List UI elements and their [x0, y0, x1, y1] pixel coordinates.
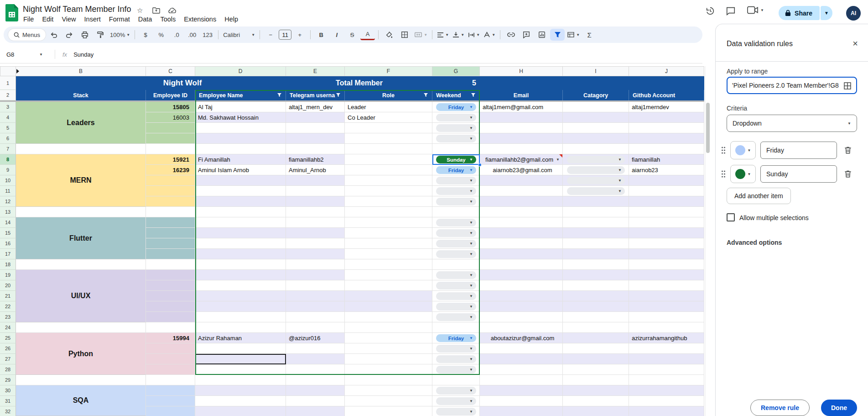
- format-currency-button[interactable]: $: [138, 29, 153, 41]
- star-icon[interactable]: ☆: [137, 6, 143, 15]
- cell-F20[interactable]: [345, 280, 432, 291]
- cell-H11[interactable]: [480, 186, 563, 196]
- menu-extensions[interactable]: Extensions: [180, 15, 220, 24]
- weekend-dropdown-chip-17[interactable]: ▼: [436, 250, 476, 258]
- cell-D32[interactable]: [195, 406, 286, 416]
- cell-F24[interactable]: [345, 322, 432, 333]
- cell-E32[interactable]: [286, 406, 345, 416]
- cell-H7[interactable]: [480, 144, 563, 154]
- group-sqa[interactable]: SQA: [16, 385, 146, 416]
- redo-button[interactable]: [62, 29, 77, 41]
- cell-E8[interactable]: fiamanillahb2: [286, 154, 345, 165]
- cell-G13[interactable]: [432, 207, 480, 217]
- cell-E11[interactable]: [286, 186, 345, 196]
- vertical-align-button[interactable]: ▼: [451, 29, 466, 41]
- row-header-20[interactable]: 20: [0, 280, 16, 291]
- cell-B29[interactable]: [16, 375, 146, 385]
- italic-button[interactable]: I: [329, 29, 344, 41]
- group-leaders[interactable]: Leaders: [16, 102, 146, 144]
- insert-link-button[interactable]: [504, 29, 518, 41]
- weekend-dropdown-chip-10[interactable]: ▼: [436, 177, 476, 184]
- menus-search-button[interactable]: Menus: [8, 29, 46, 41]
- cell-I32[interactable]: [563, 406, 629, 416]
- item-color-picker[interactable]: ▼: [730, 165, 756, 183]
- cell-I18[interactable]: [563, 259, 629, 270]
- column-header-H[interactable]: H: [480, 66, 563, 76]
- fill-color-button[interactable]: [382, 29, 396, 41]
- cell-F5[interactable]: [345, 123, 432, 133]
- sheets-logo-icon[interactable]: [5, 4, 18, 21]
- cell-G31[interactable]: [432, 396, 480, 406]
- cell-J8[interactable]: fiamanillah: [629, 154, 704, 165]
- cell-H30[interactable]: [480, 385, 563, 396]
- cell-J12[interactable]: [629, 196, 704, 207]
- cell-E27[interactable]: [286, 354, 345, 364]
- weekend-dropdown-chip-11[interactable]: ▼: [436, 187, 476, 195]
- cell-J4[interactable]: [629, 112, 704, 123]
- cell-C7[interactable]: [146, 144, 195, 154]
- cell-E24[interactable]: [286, 322, 345, 333]
- bold-button[interactable]: B: [314, 29, 328, 41]
- functions-button[interactable]: Σ: [582, 29, 597, 41]
- cell-F11[interactable]: [345, 186, 432, 196]
- header-weekend[interactable]: Weekend: [432, 90, 480, 100]
- cell-D9[interactable]: Aminul Islam Arnob: [195, 165, 286, 175]
- weekend-dropdown-chip-6[interactable]: ▼: [436, 135, 476, 142]
- item-color-picker[interactable]: ▼: [730, 141, 756, 159]
- cell-I9[interactable]: [563, 165, 629, 175]
- decrease-font-size-button[interactable]: −: [263, 29, 278, 41]
- allow-multiple-checkbox[interactable]: [727, 213, 735, 221]
- cell-C25[interactable]: 15994: [146, 333, 195, 343]
- column-header-D[interactable]: D: [195, 66, 286, 76]
- cell-J25[interactable]: azizurrahamangithub: [629, 333, 704, 343]
- drag-handle-icon[interactable]: [721, 147, 726, 154]
- cell-F25[interactable]: [345, 333, 432, 343]
- menu-tools[interactable]: Tools: [156, 15, 180, 24]
- weekend-dropdown-chip-26[interactable]: ▼: [436, 345, 476, 353]
- decrease-decimals-button[interactable]: .0: [169, 29, 184, 41]
- cell-I8[interactable]: [563, 154, 629, 165]
- item-value-input[interactable]: Friday: [760, 142, 837, 159]
- cell-G10[interactable]: [432, 175, 480, 186]
- weekend-dropdown-chip-28[interactable]: ▼: [436, 366, 476, 374]
- cell-G6[interactable]: [432, 133, 480, 144]
- cell-G27[interactable]: [432, 354, 480, 364]
- menu-data[interactable]: Data: [134, 15, 156, 24]
- format-percent-button[interactable]: %: [154, 29, 168, 41]
- cell-C6[interactable]: [146, 133, 195, 144]
- row-header-32[interactable]: 32: [0, 406, 16, 416]
- row-header-17[interactable]: 17: [0, 249, 16, 259]
- cell-F21[interactable]: [345, 291, 432, 301]
- cell-J3[interactable]: altaj1merndev: [629, 102, 704, 112]
- cell-G7[interactable]: [432, 144, 480, 154]
- cell-G18[interactable]: [432, 259, 480, 270]
- cell-E17[interactable]: [286, 249, 345, 259]
- cell-F8[interactable]: [345, 154, 432, 165]
- cell-I26[interactable]: [563, 343, 629, 354]
- cell-F32[interactable]: [345, 406, 432, 416]
- cell-D6[interactable]: [195, 133, 286, 144]
- cell-D18[interactable]: [195, 259, 286, 270]
- cell-I10[interactable]: [563, 175, 629, 186]
- cell-J28[interactable]: [629, 364, 704, 375]
- font-size-input[interactable]: 11: [279, 30, 291, 40]
- weekend-dropdown-chip-19[interactable]: ▼: [436, 271, 476, 279]
- share-options-caret[interactable]: ▼: [821, 6, 832, 20]
- cell-E3[interactable]: altaj1_mern_dev: [286, 102, 345, 112]
- formula-input[interactable]: Sunday: [73, 51, 94, 58]
- cell-C12[interactable]: [146, 196, 195, 207]
- header-role[interactable]: Role: [345, 90, 432, 100]
- cell-D10[interactable]: [195, 175, 286, 186]
- cell-I21[interactable]: [563, 291, 629, 301]
- cell-C11[interactable]: [146, 186, 195, 196]
- cell-I16[interactable]: [563, 238, 629, 249]
- column-header-F[interactable]: F: [345, 66, 432, 76]
- meet-icon[interactable]: ▼: [747, 6, 764, 14]
- borders-button[interactable]: [397, 29, 412, 41]
- trash-icon[interactable]: [843, 169, 852, 179]
- cell-F15[interactable]: [345, 228, 432, 238]
- cell-F16[interactable]: [345, 238, 432, 249]
- weekend-dropdown-chip-14[interactable]: ▼: [436, 219, 476, 226]
- cell-J32[interactable]: [629, 406, 704, 416]
- paint-format-button[interactable]: [93, 29, 108, 41]
